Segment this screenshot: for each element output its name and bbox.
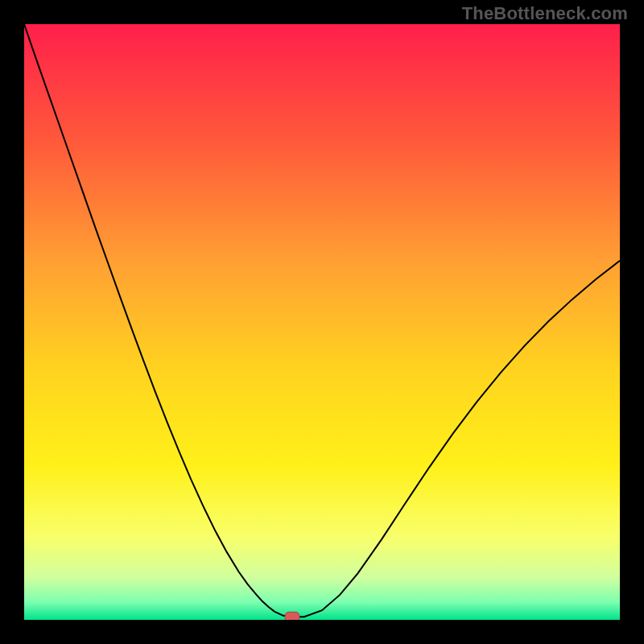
plot-area — [24, 24, 620, 620]
chart-background — [24, 24, 620, 620]
optimal-point-marker — [285, 612, 299, 620]
chart-svg — [24, 24, 620, 620]
chart-frame: TheBottleneck.com — [0, 0, 644, 644]
watermark-text: TheBottleneck.com — [462, 3, 628, 24]
